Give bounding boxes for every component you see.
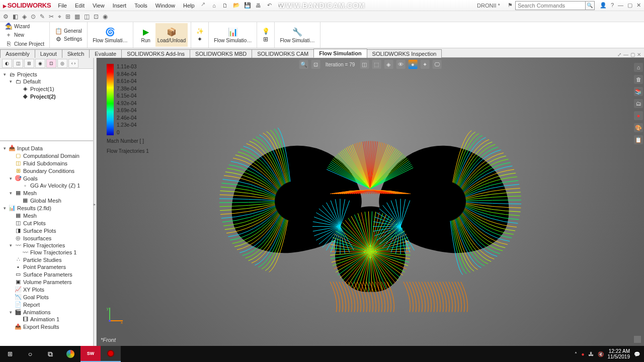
cortana-button[interactable]: ○: [20, 346, 40, 362]
tree-surface-params[interactable]: ▭Surface Parameters: [1, 270, 92, 278]
task-view-button[interactable]: ⧉: [40, 346, 60, 362]
section-view-icon[interactable]: ◫: [360, 60, 369, 69]
panel-tab[interactable]: ◫: [13, 59, 23, 68]
taskbar-clock[interactable]: 12:22 AM11/5/2019: [608, 348, 630, 359]
tray-chevron-icon[interactable]: ˄: [575, 351, 577, 357]
search-flag-icon[interactable]: ⚑: [506, 2, 514, 10]
home-icon[interactable]: ⌂: [210, 2, 218, 10]
resources-tab-icon[interactable]: 🗑: [634, 75, 643, 84]
new-doc-icon[interactable]: 🗋: [221, 2, 229, 10]
tree-animations[interactable]: ▾🎬Animations: [1, 308, 92, 316]
viewport-resize-handle[interactable]: [634, 336, 641, 343]
tree-xy-plots[interactable]: 📈XY Plots: [1, 286, 92, 293]
menu-insert[interactable]: Insert: [109, 1, 131, 10]
color-legend[interactable]: 1.11e-03 9.84e-04 8.61e-04 7.38e-04 6.15…: [107, 64, 136, 135]
tool-icon[interactable]: ◫: [84, 13, 90, 20]
tree-gg-velocity[interactable]: ◦GG Av Velocity (Z) 1: [1, 182, 92, 189]
display-style-icon[interactable]: ◈: [384, 60, 393, 69]
tree-cut-plots[interactable]: ◫Cut Plots: [1, 219, 92, 227]
tool-icon[interactable]: ⊙: [31, 13, 36, 20]
panel-tab[interactable]: ◐: [2, 59, 12, 68]
help-icon[interactable]: ?: [611, 2, 614, 9]
file-explorer-icon[interactable]: 🗂: [634, 99, 643, 108]
flow-sim-button[interactable]: 🌀Flow Simulati…: [91, 23, 129, 47]
solidworks-taskbar-icon[interactable]: SW: [80, 346, 101, 362]
doc-max-icon[interactable]: ▢: [630, 52, 635, 57]
tab-assembly[interactable]: Assembly: [0, 49, 35, 58]
user-icon[interactable]: 👤: [600, 2, 607, 9]
tree-goals[interactable]: ▾🎯Goals: [1, 174, 92, 182]
panel-tab-more[interactable]: ‹ ›: [68, 59, 78, 68]
search-button[interactable]: 🔍: [586, 1, 595, 10]
view-palette-icon[interactable]: ●: [634, 111, 643, 120]
tree-surface-plots[interactable]: ◨Surface Plots: [1, 227, 92, 234]
tree-project1[interactable]: ◈Project(1): [1, 85, 92, 93]
tool-btn[interactable]: ⊞: [260, 35, 271, 43]
close-button[interactable]: ✕: [636, 2, 641, 9]
tree-input-data[interactable]: ▾📥Input Data: [1, 144, 92, 152]
view-settings-icon[interactable]: 🖵: [432, 60, 441, 69]
tool-btn[interactable]: ✦: [194, 35, 205, 43]
tree-volume-params[interactable]: ▣Volume Parameters: [1, 278, 92, 286]
tree-results[interactable]: ▾📊Results (2.fld): [1, 204, 92, 212]
clone-project-button[interactable]: ⎘Clone Project: [3, 40, 46, 48]
tool-icon[interactable]: ✎: [40, 13, 45, 20]
graphics-viewport[interactable]: 1.11e-03 9.84e-04 8.61e-04 7.38e-04 6.15…: [97, 58, 644, 346]
tree-report[interactable]: 📄Report: [1, 301, 92, 308]
panel-tab[interactable]: ⊡: [46, 59, 56, 68]
menu-tools[interactable]: Tools: [130, 1, 151, 10]
tree-point-params[interactable]: •Point Parameters: [1, 263, 92, 270]
tab-sketch[interactable]: Sketch: [62, 49, 90, 58]
doc-expand-icon[interactable]: ⤢: [617, 52, 621, 57]
save-icon[interactable]: 💾: [244, 2, 252, 10]
menu-window[interactable]: Window: [151, 1, 179, 10]
flow-sim-tools-button[interactable]: 🔧Flow Simulati…: [278, 23, 316, 47]
tree-flow-trajectories[interactable]: ▾〰Flow Trajectories: [1, 242, 92, 249]
tree-export-results[interactable]: 📤Export Results: [1, 323, 92, 330]
print-icon[interactable]: 🖶: [255, 2, 263, 10]
doc-close-icon[interactable]: ✕: [637, 52, 641, 57]
tree-boundary-conditions[interactable]: ⊞Boundary Conditions: [1, 167, 92, 174]
tree-projects[interactable]: ▾🗁Projects: [1, 71, 92, 78]
tree-particle-studies[interactable]: ∴Particle Studies: [1, 256, 92, 263]
tool-btn[interactable]: ✨: [194, 27, 205, 35]
panel-tab[interactable]: ◎: [57, 59, 67, 68]
orientation-triad[interactable]: xy: [106, 305, 126, 326]
start-button[interactable]: ⊞: [0, 346, 20, 362]
home-tab-icon[interactable]: ⌂: [634, 63, 643, 72]
appearances-tab-icon[interactable]: 🎨: [634, 123, 643, 132]
tab-mbd[interactable]: SOLIDWORKS MBD: [190, 49, 252, 58]
tool-icon[interactable]: ⌖: [58, 13, 61, 20]
wizard-button[interactable]: 🧙Wizard: [3, 22, 46, 30]
tool-icon[interactable]: ◈: [22, 13, 27, 20]
tree-mesh[interactable]: ▾▦Mesh: [1, 189, 92, 197]
run-button[interactable]: ▶Run: [136, 23, 155, 47]
menu-view[interactable]: View: [89, 1, 109, 10]
tree-project2[interactable]: ◈Project(2): [1, 93, 92, 100]
tray-network-icon[interactable]: 🖧: [589, 351, 594, 357]
tool-icon[interactable]: ⊞: [65, 13, 70, 20]
tool-icon[interactable]: ◧: [13, 13, 18, 20]
general-settings-button[interactable]: 📋General: [53, 27, 84, 35]
custom-props-icon[interactable]: 📋: [634, 135, 643, 144]
view-orientation-icon[interactable]: ⬚: [372, 60, 381, 69]
tree-isosurfaces[interactable]: ◎Isosurfaces: [1, 234, 92, 242]
tool-icon[interactable]: ⚙: [3, 13, 9, 20]
load-unload-button[interactable]: 📦Load/Unload: [155, 23, 188, 47]
tab-inspection[interactable]: SOLIDWORKS Inspection: [367, 49, 442, 58]
bandicam-taskbar-icon[interactable]: [101, 346, 121, 362]
zoom-area-icon[interactable]: ⊡: [311, 60, 320, 69]
chrome-taskbar-icon[interactable]: [60, 346, 80, 362]
tool-icon[interactable]: ✂: [49, 13, 54, 20]
pin-icon[interactable]: ↗: [201, 1, 205, 10]
appearance-icon[interactable]: ●: [408, 60, 417, 69]
tray-volume-icon[interactable]: 🔇: [598, 351, 604, 357]
tab-cam[interactable]: SOLIDWORKS CAM: [252, 49, 314, 58]
tree-goal-plots[interactable]: 📉Goal Plots: [1, 293, 92, 301]
menu-edit[interactable]: Edit: [71, 1, 89, 10]
tree-default[interactable]: ▾🗀Default: [1, 78, 92, 85]
tree-animation-1[interactable]: 🎞Animation 1: [1, 316, 92, 323]
tab-evaluate[interactable]: Evaluate: [89, 49, 122, 58]
hide-show-icon[interactable]: 👁: [396, 60, 405, 69]
panel-tab[interactable]: ◉: [35, 59, 45, 68]
